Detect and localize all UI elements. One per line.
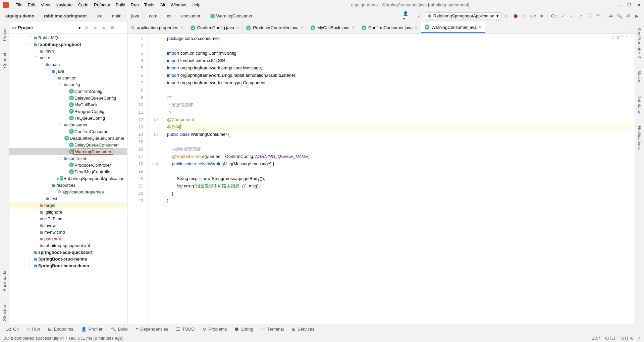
bottom-tab-problems[interactable]: ⊘Problems <box>199 327 230 332</box>
bottom-tab-spring[interactable]: ⬢Spring <box>231 327 257 332</box>
editor-tab[interactable]: CMyCallBack.java✕ <box>307 22 358 33</box>
bottom-tab-terminal[interactable]: ▭Terminal <box>258 327 287 332</box>
tree-item[interactable]: ›🖿.mvn <box>9 48 127 54</box>
run-configuration-selector[interactable]: ⬢ RabbitmqSpringbootApplication ▾ <box>425 12 502 19</box>
run-anything-icon[interactable]: ▶ <box>633 12 641 20</box>
breadcrumb-item[interactable]: rabbitmq-springboot <box>42 13 89 19</box>
notifications-tool-tab[interactable]: Notifications <box>636 123 643 153</box>
editor-tab[interactable]: ⚙application.properties✕ <box>127 22 187 33</box>
close-tab-icon[interactable]: ✕ <box>352 25 355 30</box>
breadcrumb-item[interactable]: main <box>110 13 123 19</box>
bottom-tab-todo[interactable]: ☰TODO <box>173 327 198 332</box>
tree-item[interactable]: ˅🖿rabbitmq-springboot <box>9 41 127 48</box>
prev-highlight-icon[interactable]: ˄ <box>621 35 624 40</box>
gutter-icons[interactable]: ⬡⬡⌾ @ <box>148 34 164 324</box>
hide-panel-icon[interactable]: — <box>118 25 124 30</box>
menu-build[interactable]: Build <box>113 2 128 7</box>
tree-item[interactable]: CDelayQueueConsumer <box>9 141 127 148</box>
breadcrumb-item[interactable]: src <box>95 13 104 19</box>
tree-item[interactable]: CProducerController <box>9 162 127 168</box>
tree-item[interactable]: ›🖿target <box>9 202 127 209</box>
vcs-update-icon[interactable]: ↙ <box>416 12 423 20</box>
breadcrumb-item[interactable]: java <box>129 13 141 19</box>
tree-item[interactable]: CTtlQueueConfig <box>9 115 127 121</box>
next-highlight-icon[interactable]: ˅ <box>626 35 628 40</box>
minimize-button[interactable]: — <box>617 2 621 7</box>
breadcrumb-item[interactable]: cn <box>165 13 174 19</box>
bottom-tab-dependencies[interactable]: ≡Dependencies <box>132 327 171 332</box>
tree-item[interactable]: ˅🖿config <box>9 81 127 88</box>
tree-item[interactable]: ▸CRabbitmqSpringbootApplication <box>9 175 127 182</box>
line-number-gutter[interactable]: 1234567891011121314151617181920212223 <box>127 34 148 324</box>
status-widget[interactable]: 13:7 <box>592 336 600 341</box>
breadcrumb-item[interactable]: C WarningConsumer <box>208 13 255 19</box>
git-history-icon[interactable]: 🕓 <box>585 12 593 20</box>
git-push-icon[interactable]: ↗ <box>577 12 584 20</box>
bottom-tab-endpoints[interactable]: ⊞Endpoints <box>45 327 76 332</box>
editor-tab[interactable]: CWarningConsumer.java✕ <box>421 22 485 33</box>
close-button[interactable]: ✕ <box>637 2 641 7</box>
breadcrumb[interactable]: atguigu-demo〉rabbitmq-springboot〉src〉mai… <box>3 13 401 19</box>
tree-item[interactable]: ›🖿springboot-aop-quickstart <box>9 249 127 255</box>
expand-all-icon[interactable]: ≑ <box>92 25 98 30</box>
menu-git[interactable]: Git <box>157 2 168 7</box>
tree-item[interactable]: ˅🖿RabbitMQ <box>9 34 127 41</box>
tabs-more-icon[interactable]: ⋮ <box>624 22 635 33</box>
tree-item[interactable]: 🖿pom.xml <box>9 235 127 242</box>
database-tool-tab[interactable]: Database <box>636 93 643 117</box>
tree-item[interactable]: ˅🖿consumer <box>9 121 127 128</box>
breadcrumb-item[interactable]: com <box>147 13 159 19</box>
tree-item[interactable]: CSwaggerConfig <box>9 108 127 115</box>
maximize-button[interactable]: ☐ <box>627 2 631 7</box>
project-tool-tab[interactable]: Project <box>1 25 8 44</box>
tree-item[interactable]: 🖿rabbitmq-springboot.iml <box>9 242 127 249</box>
menu-navigate[interactable]: Navigate <box>53 2 75 7</box>
tree-item[interactable]: CConfirmConsumer <box>9 128 127 135</box>
project-tree[interactable]: ˅🖿RabbitMQ˅🖿rabbitmq-springboot›🖿.mvn˅🖿s… <box>9 34 127 324</box>
select-opened-file-icon[interactable]: ⊙ <box>83 25 90 30</box>
git-rollback-icon[interactable]: ↶ <box>594 12 601 20</box>
status-widget[interactable]: CRLF <box>605 336 616 341</box>
tree-item[interactable]: ˅🖿src <box>9 54 127 61</box>
tree-item[interactable]: CSendMsgController <box>9 168 127 175</box>
search-everywhere-icon[interactable]: 🔍 <box>616 12 623 20</box>
tree-item[interactable]: ›🖿test <box>9 195 127 202</box>
close-tab-icon[interactable]: ✕ <box>479 25 482 30</box>
bottom-tab-profiler[interactable]: 👤Profiler <box>78 327 106 332</box>
settings-icon[interactable]: ⚙ <box>625 12 632 20</box>
status-widget[interactable]: UTF-8 <box>621 336 634 341</box>
git-commit-icon[interactable]: ✓ <box>568 12 575 20</box>
stop-button[interactable]: ■ <box>538 12 545 20</box>
code-editor[interactable]: package com.cn.consumer;import com.cn.co… <box>164 34 630 324</box>
editor-tab[interactable]: CProducerController.java✕ <box>243 22 307 33</box>
tree-item[interactable]: ⚙application.properties <box>9 188 127 195</box>
panel-settings-icon[interactable]: ⚙ <box>109 25 116 30</box>
warning-count[interactable]: 2 <box>617 35 619 40</box>
collapse-all-icon[interactable]: ≑ <box>100 25 107 30</box>
tree-item[interactable]: ˅🖿resources <box>9 182 127 188</box>
breadcrumb-item[interactable]: atguigu-demo <box>3 13 36 19</box>
close-tab-icon[interactable]: ✕ <box>301 25 304 30</box>
bottom-tab-git[interactable]: ⎇Git <box>3 327 22 332</box>
status-widget[interactable]: 4 <box>638 336 641 341</box>
error-stripe[interactable] <box>630 34 635 324</box>
menu-file[interactable]: File <box>13 2 25 7</box>
close-tab-icon[interactable]: ✕ <box>236 25 239 30</box>
coverage-button[interactable]: ▷̣ <box>521 12 528 20</box>
menu-view[interactable]: View <box>38 2 53 7</box>
menu-code[interactable]: Code <box>75 2 91 7</box>
tree-item[interactable]: ›🖿SpringBoot-crud-heima <box>9 255 127 262</box>
tree-item[interactable]: 🖿HELP.md <box>9 215 127 222</box>
editor-tab[interactable]: CConfirmConsumer.java✕ <box>358 22 421 33</box>
tree-item[interactable]: CDelayedQueueConfig <box>9 95 127 101</box>
editor-tab[interactable]: CConfirmConfig.java✕ <box>187 22 243 33</box>
tree-item[interactable]: ˅🖿main <box>9 61 127 68</box>
code-with-me-icon[interactable]: ⇄ <box>607 12 614 20</box>
structure-tool-tab[interactable]: Structure <box>1 301 8 324</box>
close-tab-icon[interactable]: ✕ <box>180 25 183 30</box>
bottom-tab-build[interactable]: 🔨Build <box>107 327 131 332</box>
tree-item[interactable]: CMyCallBack <box>9 101 127 108</box>
debug-button[interactable]: 🐞 <box>512 12 519 20</box>
tree-item[interactable]: ˅🖿controller <box>9 155 127 162</box>
close-tab-icon[interactable]: ✕ <box>415 25 418 30</box>
